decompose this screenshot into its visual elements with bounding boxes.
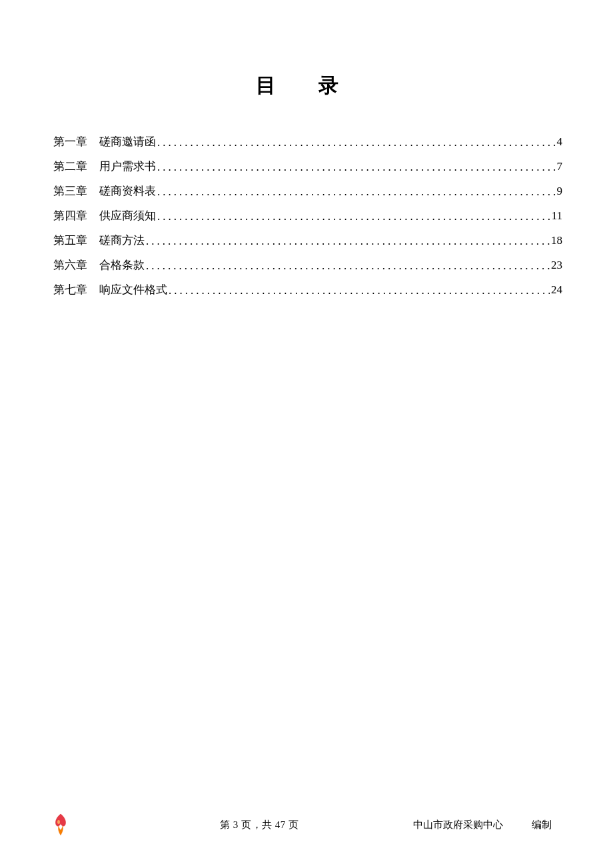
page-footer: 第 3 页，共 47 页 中山市政府采购中心 编制 xyxy=(0,805,613,831)
toc-title: 磋商邀请函 xyxy=(99,134,156,149)
toc-title: 磋商方法 xyxy=(99,233,145,248)
toc-page-number: 4 xyxy=(557,135,563,149)
toc-page-number: 18 xyxy=(551,234,562,247)
toc-chapter: 第四章 xyxy=(53,208,87,223)
toc-chapter: 第三章 xyxy=(53,183,87,199)
toc-dots xyxy=(157,161,556,174)
toc-entry: 第一章 磋商邀请函 4 xyxy=(53,134,562,159)
footer-organization: 中山市政府采购中心 xyxy=(413,819,503,831)
toc-entry: 第六章 合格条款 23 xyxy=(53,257,562,282)
toc-entry: 第二章 用户需求书 7 xyxy=(53,159,562,183)
toc-chapter: 第六章 xyxy=(53,257,87,273)
toc-page-number: 24 xyxy=(551,283,562,297)
svg-point-0 xyxy=(57,820,60,824)
toc-dots xyxy=(157,136,556,149)
toc-dots xyxy=(157,210,550,223)
toc-chapter: 第一章 xyxy=(53,134,87,149)
toc-title: 磋商资料表 xyxy=(99,183,156,199)
toc-title: 合格条款 xyxy=(99,257,145,273)
toc-chapter: 第五章 xyxy=(53,233,87,248)
toc-entry: 第七章 响应文件格式 24 xyxy=(53,282,562,307)
footer-compile-label: 编制 xyxy=(532,819,552,831)
toc-chapter: 第七章 xyxy=(53,282,87,297)
toc-title: 响应文件格式 xyxy=(99,282,167,297)
logo-icon xyxy=(51,813,71,837)
toc-page-number: 7 xyxy=(557,160,563,173)
toc-title: 用户需求书 xyxy=(99,159,156,174)
toc-dots xyxy=(146,235,550,248)
toc-page-number: 9 xyxy=(557,185,563,198)
toc-dots xyxy=(146,259,550,273)
toc-chapter: 第二章 xyxy=(53,159,87,174)
toc-page-number: 11 xyxy=(552,209,562,223)
toc-entry: 第三章 磋商资料表 9 xyxy=(53,183,562,208)
toc-entry: 第五章 磋商方法 18 xyxy=(53,233,562,257)
page-title: 目 录 xyxy=(0,0,613,99)
toc-container: 第一章 磋商邀请函 4 第二章 用户需求书 7 第三章 磋商资料表 9 第四章 … xyxy=(0,134,613,307)
toc-entry: 第四章 供应商须知 11 xyxy=(53,208,562,233)
toc-page-number: 23 xyxy=(551,259,562,272)
toc-dots xyxy=(157,185,556,199)
footer-page-info: 第 3 页，共 47 页 xyxy=(220,819,299,831)
toc-dots xyxy=(169,284,550,297)
toc-title: 供应商须知 xyxy=(99,208,156,223)
